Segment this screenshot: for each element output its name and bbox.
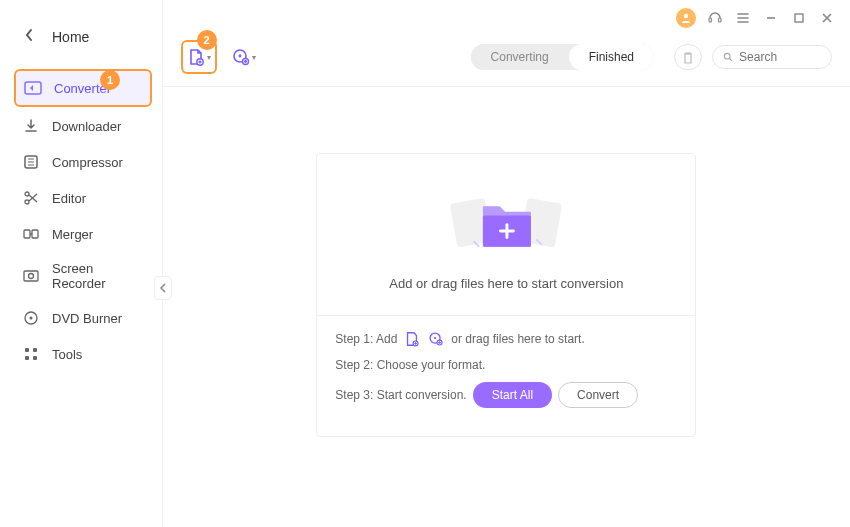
svg-rect-17 — [795, 14, 803, 22]
sidebar-item-compressor[interactable]: Compressor — [14, 145, 152, 179]
grid-icon — [22, 345, 40, 363]
converter-icon — [24, 79, 42, 97]
tab-finished[interactable]: Finished — [569, 44, 654, 70]
merger-icon — [22, 225, 40, 243]
screen-recorder-icon — [22, 267, 40, 285]
minimize-button[interactable] — [762, 9, 780, 27]
add-disc-button[interactable]: ▾ — [227, 41, 261, 73]
menu-icon[interactable] — [734, 9, 752, 27]
svg-point-22 — [724, 53, 730, 59]
add-file-button[interactable]: ▾ 2 — [181, 40, 217, 74]
svg-point-28 — [434, 337, 436, 339]
sidebar-item-label: Editor — [52, 191, 86, 206]
sidebar-item-label: Merger — [52, 227, 93, 242]
folder-illustration — [446, 180, 566, 260]
clear-list-button[interactable] — [674, 44, 702, 70]
svg-rect-11 — [33, 348, 37, 352]
step-3: Step 3: Start conversion. Start All Conv… — [335, 382, 677, 408]
sidebar-item-label: Downloader — [52, 119, 121, 134]
svg-rect-12 — [25, 356, 29, 360]
step-2: Step 2: Choose your format. — [335, 358, 677, 372]
maximize-button[interactable] — [790, 9, 808, 27]
toolbar: ▾ 2 ▾ Converting Finished — [163, 36, 850, 87]
file-add-icon-small[interactable] — [403, 330, 421, 348]
download-icon — [22, 117, 40, 135]
step-1: Step 1: Add or drag files here to start. — [335, 330, 677, 348]
sidebar-item-downloader[interactable]: Downloader — [14, 109, 152, 143]
sidebar: Home Converter Downloader Compressor — [0, 0, 163, 527]
chevron-down-icon: ▾ — [252, 53, 256, 62]
convert-button[interactable]: Convert — [558, 382, 638, 408]
home-label: Home — [52, 29, 89, 45]
sidebar-item-label: DVD Burner — [52, 311, 122, 326]
search-input[interactable] — [739, 50, 821, 64]
disc-icon — [22, 309, 40, 327]
start-all-button[interactable]: Start All — [473, 382, 552, 408]
svg-rect-15 — [709, 18, 712, 22]
svg-rect-5 — [32, 230, 38, 238]
callout-badge-1: 1 — [100, 70, 120, 90]
tabset: Converting Finished — [471, 44, 654, 70]
compressor-icon — [22, 153, 40, 171]
callout-badge-2: 2 — [197, 30, 217, 50]
svg-point-2 — [25, 200, 29, 204]
dropzone[interactable]: Add or drag files here to start conversi… — [316, 153, 696, 437]
svg-point-3 — [25, 192, 29, 196]
support-icon[interactable] — [706, 9, 724, 27]
svg-rect-16 — [719, 18, 722, 22]
file-add-icon — [187, 48, 205, 66]
back-button[interactable] — [24, 28, 34, 45]
search-box[interactable] — [712, 45, 832, 69]
step1-suffix: or drag files here to start. — [451, 332, 584, 346]
sidebar-item-converter[interactable]: Converter — [14, 69, 152, 107]
user-avatar[interactable] — [676, 8, 696, 28]
scissors-icon — [22, 189, 40, 207]
sidebar-item-label: Compressor — [52, 155, 123, 170]
svg-rect-13 — [33, 356, 37, 360]
titlebar — [163, 0, 850, 36]
sidebar-item-label: Tools — [52, 347, 82, 362]
step1-prefix: Step 1: Add — [335, 332, 397, 346]
sidebar-item-dvd-burner[interactable]: DVD Burner — [14, 301, 152, 335]
svg-point-14 — [684, 14, 688, 18]
dropzone-title: Add or drag files here to start conversi… — [327, 276, 685, 291]
close-button[interactable] — [818, 9, 836, 27]
disc-add-icon-small[interactable] — [427, 330, 445, 348]
search-icon — [723, 51, 733, 63]
svg-rect-4 — [24, 230, 30, 238]
svg-point-7 — [29, 274, 34, 279]
trash-icon — [682, 51, 694, 64]
sidebar-item-label: Screen Recorder — [52, 261, 144, 291]
svg-rect-6 — [24, 271, 38, 281]
svg-rect-10 — [25, 348, 29, 352]
tab-converting[interactable]: Converting — [471, 44, 569, 70]
chevron-down-icon: ▾ — [207, 53, 211, 62]
sidebar-item-merger[interactable]: Merger — [14, 217, 152, 251]
sidebar-item-editor[interactable]: Editor — [14, 181, 152, 215]
disc-add-icon — [232, 48, 250, 66]
main-area: ▾ 2 ▾ Converting Finished — [163, 0, 850, 527]
svg-point-9 — [30, 317, 33, 320]
svg-point-20 — [238, 55, 241, 58]
sidebar-item-screen-recorder[interactable]: Screen Recorder — [14, 253, 152, 299]
sidebar-item-tools[interactable]: Tools — [14, 337, 152, 371]
